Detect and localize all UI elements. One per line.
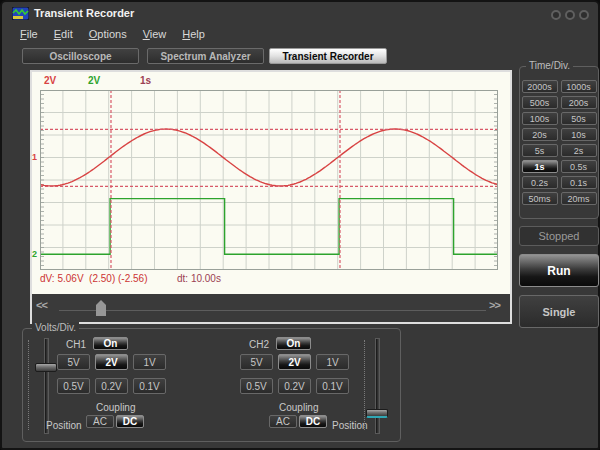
timediv-option-2000s[interactable]: 2000s	[522, 80, 558, 93]
ch1-volts-0.2v[interactable]: 0.2V	[95, 378, 128, 394]
acquisition-status: Stopped	[519, 226, 599, 246]
ch1-position-label: Position	[46, 420, 82, 431]
tab-spectrum-analyzer[interactable]: Spectrum Analyzer	[147, 48, 264, 64]
ch2-position-thumb[interactable]	[366, 409, 388, 418]
timediv-option-200s[interactable]: 200s	[561, 96, 597, 109]
timediv-option-1s[interactable]: 1s	[522, 160, 558, 173]
timediv-option-50ms[interactable]: 50ms	[522, 192, 558, 205]
timediv-option-100s[interactable]: 100s	[522, 112, 558, 125]
ch1-label: CH1	[66, 339, 86, 350]
menu-item-view[interactable]: View	[135, 26, 175, 44]
cursor-dt-readout: dt: 10.00s	[177, 273, 221, 284]
ch2-coupling-ac[interactable]: AC	[269, 415, 297, 428]
app-window: Transient Recorder File Edit Options Vie…	[0, 0, 600, 450]
ch2-volts-0.1v[interactable]: 0.1V	[316, 378, 349, 394]
ch1-coupling-label: Coupling	[96, 402, 135, 413]
scroll-left-button[interactable]: <<	[36, 299, 47, 311]
timediv-option-10s[interactable]: 10s	[561, 128, 597, 141]
ch1-on-button[interactable]: On	[93, 337, 128, 350]
ch1-volts-2v[interactable]: 2V	[95, 354, 128, 370]
time-scale-label: 1s	[140, 75, 151, 86]
time-div-group-label: Time/Div.	[526, 60, 573, 71]
timediv-option-0.1s[interactable]: 0.1s	[561, 176, 597, 189]
ch1-volts-1v[interactable]: 1V	[133, 354, 166, 370]
window-titlebar[interactable]: Transient Recorder	[2, 2, 598, 24]
ch1-zero-marker[interactable]: 1	[32, 152, 37, 162]
scope-grid-svg[interactable]	[40, 90, 498, 270]
ch1-position-ticks	[28, 340, 29, 430]
tab-transient-recorder[interactable]: Transient Recorder	[269, 48, 387, 64]
ch1-volts-0.1v[interactable]: 0.1V	[133, 378, 166, 394]
cursor-dv-readout: dV: 5.06V (2.50) (-2.56)	[40, 273, 147, 284]
tab-oscilloscope[interactable]: Oscilloscope	[22, 48, 139, 64]
ch2-scale-label: 2V	[88, 75, 100, 86]
single-button[interactable]: Single	[519, 295, 599, 328]
ch2-on-button[interactable]: On	[276, 337, 311, 350]
timediv-option-0.2s[interactable]: 0.2s	[522, 176, 558, 189]
ch2-position-slider[interactable]	[375, 338, 380, 434]
ch2-position-label: Position	[332, 420, 368, 431]
ch2-label: CH2	[249, 339, 269, 350]
ch1-position-thumb[interactable]	[35, 363, 57, 372]
timediv-option-5s[interactable]: 5s	[522, 144, 558, 157]
menu-item-file[interactable]: File	[12, 26, 46, 44]
minimize-button[interactable]	[551, 10, 561, 20]
menu-item-help[interactable]: Help	[174, 26, 213, 44]
window-title: Transient Recorder	[34, 7, 134, 19]
ch2-coupling-label: Coupling	[279, 402, 318, 413]
ch1-volts-5v[interactable]: 5V	[57, 354, 90, 370]
menubar: File Edit Options View Help	[12, 26, 213, 44]
menu-item-options[interactable]: Options	[81, 26, 135, 44]
ch2-zero-marker[interactable]: 2	[32, 249, 37, 259]
run-button[interactable]: Run	[519, 254, 599, 287]
scroll-right-button[interactable]: >>	[489, 299, 500, 311]
volts-div-group-label: Volts/Div.	[32, 322, 79, 333]
ch1-volts-0.5v[interactable]: 0.5V	[57, 378, 90, 394]
ch1-coupling-ac[interactable]: AC	[86, 415, 114, 428]
ch1-scale-label: 2V	[44, 75, 56, 86]
maximize-button[interactable]	[565, 10, 575, 20]
scroll-track[interactable]	[59, 310, 486, 311]
ch2-position-ticks	[364, 340, 365, 430]
ch2-volts-1v[interactable]: 1V	[316, 354, 349, 370]
timediv-option-2s[interactable]: 2s	[561, 144, 597, 157]
timediv-option-50s[interactable]: 50s	[561, 112, 597, 125]
timediv-option-1000s[interactable]: 1000s	[561, 80, 597, 93]
timediv-option-0.5s[interactable]: 0.5s	[561, 160, 597, 173]
ch1-coupling-dc[interactable]: DC	[116, 415, 144, 428]
menu-item-edit[interactable]: Edit	[46, 26, 81, 44]
app-icon	[12, 7, 29, 20]
window-body: Transient Recorder File Edit Options Vie…	[0, 0, 600, 450]
close-button[interactable]	[579, 10, 589, 20]
timediv-option-20ms[interactable]: 20ms	[561, 192, 597, 205]
time-div-group: 2000s 1000s 500s 200s 100s 50s 20s 10s 5…	[519, 66, 599, 219]
ch2-volts-0.2v[interactable]: 0.2V	[278, 378, 311, 394]
ch2-volts-2v[interactable]: 2V	[278, 354, 311, 370]
timediv-option-20s[interactable]: 20s	[522, 128, 558, 141]
timediv-option-500s[interactable]: 500s	[522, 96, 558, 109]
ch2-coupling-dc[interactable]: DC	[299, 415, 327, 428]
ch2-volts-5v[interactable]: 5V	[240, 354, 273, 370]
ch2-volts-0.5v[interactable]: 0.5V	[240, 378, 273, 394]
